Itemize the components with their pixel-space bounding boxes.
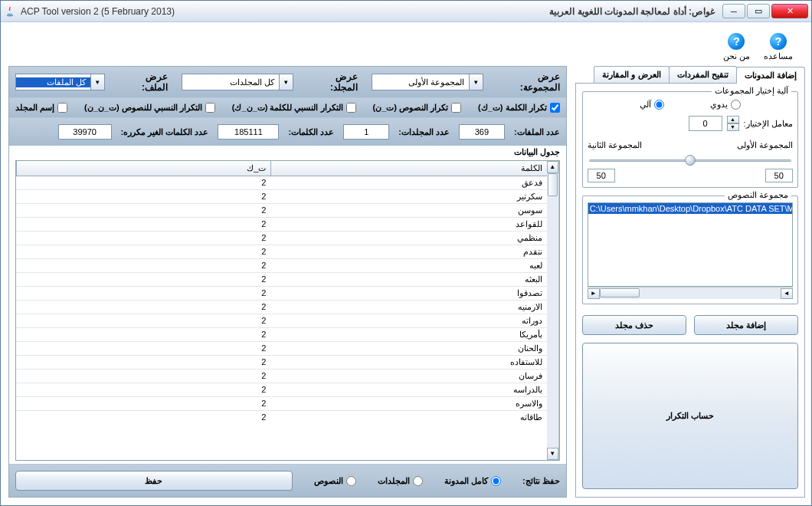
folders-count-label: عدد المجلدات: xyxy=(398,127,450,137)
table-row[interactable]: نتقدم2 xyxy=(16,245,547,259)
cell-word: بالدراسه xyxy=(270,383,546,396)
cell-word: الارمنيه xyxy=(270,301,546,314)
question-icon: ? xyxy=(728,33,745,50)
col-freq-header[interactable]: ت_ك xyxy=(16,161,270,176)
group-selection-fieldset: آلية إختيار المجموعات يدوي آلي معامل الإ… xyxy=(582,91,798,188)
minimize-button[interactable]: ─ xyxy=(722,4,745,18)
table-row[interactable]: دوراته2 xyxy=(16,314,547,328)
rel-text-check[interactable]: التكرار النسبي للنصوص (ت_ن_ن) xyxy=(84,103,215,113)
table-row[interactable]: سكرتير2 xyxy=(16,190,547,204)
manual-radio[interactable]: يدوي xyxy=(710,100,741,110)
group1-label: المجموعة الأولى xyxy=(737,140,793,150)
cell-word: سكرتير xyxy=(270,190,546,203)
compute-button[interactable]: حساب التكرار xyxy=(582,343,798,489)
cell-word: دوراته xyxy=(270,314,546,327)
table-row[interactable]: سوسن2 xyxy=(16,204,547,218)
table-row[interactable]: بالدراسه2 xyxy=(16,383,547,397)
table-row[interactable]: لعبه2 xyxy=(16,259,547,273)
help-button[interactable]: ? مساعده xyxy=(764,33,793,61)
group-selection-legend: آلية إختيار المجموعات xyxy=(712,86,791,96)
maximize-button[interactable]: ▭ xyxy=(747,4,770,18)
cell-word: فرسان xyxy=(270,370,546,383)
words-count-label: عدد الكلمات: xyxy=(288,127,334,137)
cell-word: للقواعد xyxy=(270,218,546,231)
factor-input[interactable] xyxy=(689,116,722,131)
file-view-combo[interactable]: ▼كل الملفات xyxy=(15,74,105,90)
text-freq-check[interactable]: تكرار النصوص (ت_ن) xyxy=(373,103,462,113)
group-view-combo[interactable]: ▼المجموعة الأولى xyxy=(372,74,483,90)
save-texts-radio[interactable]: النصوص xyxy=(314,476,356,486)
titlebar: ACP Tool version 2 (5 February 2013) غوا… xyxy=(1,1,811,22)
delete-folder-button[interactable]: حذف مجلد xyxy=(582,315,686,335)
folder-name-check[interactable]: إسم المجلد xyxy=(15,103,67,113)
table-row[interactable]: فدعق2 xyxy=(16,176,547,190)
save-full-radio[interactable]: كامل المدونة xyxy=(444,476,501,486)
results-pane: عرض المجموعة: ▼المجموعة الأولى عرض المجل… xyxy=(8,66,567,498)
save-folders-radio[interactable]: المجلدات xyxy=(378,476,423,486)
unique-count-field[interactable] xyxy=(58,124,112,140)
table-row[interactable]: طاقاته2 xyxy=(16,411,547,422)
table-row[interactable]: والاسره2 xyxy=(16,397,547,411)
cell-word: تصدقوا xyxy=(270,287,546,300)
cell-word: والحنان xyxy=(270,342,546,355)
path-hscroll[interactable]: ◄ ► xyxy=(588,287,793,299)
scroll-right-icon[interactable]: ► xyxy=(588,288,600,299)
group1-value[interactable] xyxy=(765,169,793,182)
texts-legend: مجموعة النصوص xyxy=(725,190,791,200)
scroll-left-icon[interactable]: ◄ xyxy=(781,288,793,299)
cell-freq: 2 xyxy=(16,204,270,217)
question-icon: ? xyxy=(770,33,787,50)
save-button[interactable]: حفظ xyxy=(15,471,293,491)
scroll-up-icon[interactable]: ▲ xyxy=(547,161,558,173)
folder-view-label: عرض المجلد: xyxy=(307,71,358,93)
cell-freq: 2 xyxy=(16,397,270,410)
files-count-field[interactable] xyxy=(459,124,505,140)
cell-word: سوسن xyxy=(270,204,546,217)
table-row[interactable]: تصدقوا2 xyxy=(16,287,547,301)
folder-view-combo[interactable]: ▼كل المجلدات xyxy=(182,74,293,90)
about-button[interactable]: ? من نحن xyxy=(723,33,750,61)
cell-freq: 2 xyxy=(16,411,270,422)
group2-value[interactable] xyxy=(588,169,615,182)
tab-compare[interactable]: العرض و المقارنة xyxy=(594,66,669,83)
cell-word: طاقاته xyxy=(270,411,546,422)
scroll-down-icon[interactable]: ▼ xyxy=(547,448,558,460)
table-body: فدعق2سكرتير2سوسن2للقواعد2منظمي2نتقدم2لعب… xyxy=(16,176,547,422)
table-row[interactable]: البعثه2 xyxy=(16,273,547,287)
group-slider[interactable] xyxy=(588,153,793,167)
tab-add[interactable]: إضافة المدونات xyxy=(736,67,805,84)
table-row[interactable]: بأمريكا2 xyxy=(16,328,547,342)
table-scrollbar[interactable]: ▲ ▼ xyxy=(547,161,559,460)
selected-path[interactable]: C:\Users\mmkhan\Desktop\Dropbox\ATC DATA… xyxy=(588,203,792,214)
rel-word-check[interactable]: التكرار النسبي للكلمة (ت_ن_ك) xyxy=(232,103,356,113)
chevron-down-icon: ▼ xyxy=(90,74,104,90)
cell-freq: 2 xyxy=(16,176,270,189)
close-button[interactable]: ✕ xyxy=(771,4,808,18)
cell-freq: 2 xyxy=(16,259,270,272)
path-listbox[interactable]: C:\Users\mmkhan\Desktop\Dropbox\ATC DATA… xyxy=(588,202,793,287)
word-freq-check[interactable]: تكرار الكلمة (ت_ك) xyxy=(478,103,560,113)
window-title-ar: غواص: أداة لمعالجة المدونات اللغوية العر… xyxy=(549,6,715,17)
table-row[interactable]: للقواعد2 xyxy=(16,218,547,232)
chevron-down-icon: ▼ xyxy=(279,74,293,90)
table-row[interactable]: فرسان2 xyxy=(16,370,547,383)
table-row[interactable]: الارمنيه2 xyxy=(16,301,547,314)
cell-freq: 2 xyxy=(16,232,270,245)
factor-spinner-buttons[interactable]: ▲▼ xyxy=(727,116,739,131)
col-word-header[interactable]: الكلمة xyxy=(270,161,546,176)
table-row[interactable]: للاستفاده2 xyxy=(16,356,547,370)
cell-freq: 2 xyxy=(16,287,270,300)
add-folder-button[interactable]: إضافة مجلد xyxy=(694,315,798,335)
cell-freq: 2 xyxy=(16,342,270,355)
auto-radio[interactable]: آلي xyxy=(640,100,664,110)
cell-freq: 2 xyxy=(16,273,270,286)
table-row[interactable]: والحنان2 xyxy=(16,342,547,356)
folders-count-field[interactable] xyxy=(343,124,389,140)
cell-word: للاستفاده xyxy=(270,356,546,369)
words-count-field[interactable] xyxy=(218,124,279,140)
cell-word: البعثه xyxy=(270,273,546,286)
table-row[interactable]: منظمي2 xyxy=(16,232,547,245)
group-view-label: عرض المجموعة: xyxy=(497,71,560,93)
tab-vocab[interactable]: تنقيح المفردات xyxy=(669,66,737,83)
texts-fieldset: مجموعة النصوص C:\Users\mmkhan\Desktop\Dr… xyxy=(582,196,798,304)
